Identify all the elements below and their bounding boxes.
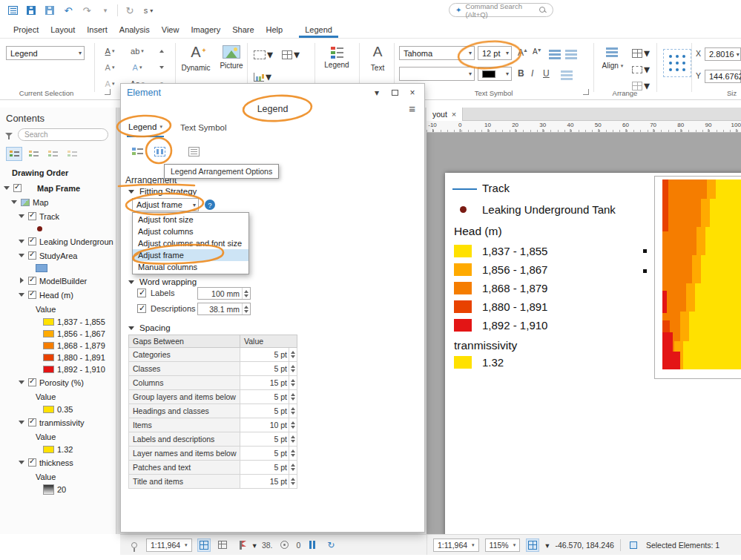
fitting-strategy-dropdown[interactable]: Adjust frame bbox=[132, 198, 199, 211]
contents-search-input[interactable] bbox=[18, 128, 108, 141]
labels-width-spinner[interactable]: 100 mm bbox=[197, 287, 251, 300]
layer-checkbox[interactable] bbox=[28, 237, 36, 246]
tree-item[interactable]: 0.35 bbox=[0, 403, 116, 415]
stepper-up-icon[interactable] bbox=[291, 435, 295, 438]
text-style-icon[interactable]: A bbox=[99, 45, 121, 58]
expander-icon[interactable] bbox=[11, 199, 18, 205]
stepper-down-icon[interactable] bbox=[291, 454, 295, 457]
spacing-value-spinner[interactable]: 5 pt bbox=[240, 404, 297, 418]
tree-item[interactable]: Value bbox=[0, 470, 116, 484]
x-position-input[interactable]: 2.8016 bbox=[705, 47, 741, 61]
save-as-icon[interactable] bbox=[43, 4, 56, 17]
expander-icon[interactable] bbox=[19, 419, 25, 426]
descriptions-checkbox[interactable] bbox=[137, 304, 146, 313]
stepper-icons[interactable] bbox=[289, 418, 297, 432]
pane-options-chevron-icon[interactable] bbox=[371, 87, 383, 99]
text-halo-icon[interactable]: A bbox=[126, 61, 148, 74]
stepper-down-icon[interactable] bbox=[291, 355, 295, 358]
distribute-button[interactable] bbox=[632, 46, 650, 60]
gallery-down-icon[interactable] bbox=[154, 61, 169, 74]
filter-icon[interactable] bbox=[5, 133, 13, 140]
spacing-value-spinner[interactable]: 5 pt bbox=[240, 447, 297, 460]
undo-icon[interactable] bbox=[62, 4, 75, 17]
tree-item[interactable]: Porosity (%) bbox=[0, 375, 116, 389]
history-chevron-icon[interactable] bbox=[99, 4, 112, 17]
justify-button[interactable] bbox=[561, 70, 574, 82]
tree-item[interactable]: tranmissivity bbox=[0, 415, 116, 429]
legend-items-options-icon[interactable] bbox=[128, 143, 146, 159]
selection-handle[interactable] bbox=[643, 249, 647, 253]
stepper-up-icon[interactable] bbox=[291, 407, 295, 410]
bookmark-icon[interactable] bbox=[234, 538, 248, 552]
map-scale-dropdown[interactable]: 1:11,964 bbox=[146, 538, 192, 552]
fitting-strategy-section[interactable]: Fitting Strategy bbox=[128, 187, 197, 196]
bold-button[interactable]: B bbox=[518, 68, 524, 79]
grid-button[interactable] bbox=[282, 47, 300, 62]
italic-button[interactable]: I bbox=[531, 68, 533, 79]
tree-item[interactable]: 1,856 - 1,867 bbox=[0, 328, 116, 340]
tree-item[interactable] bbox=[0, 263, 116, 274]
class-swatch[interactable] bbox=[43, 484, 54, 495]
font-color-dropdown[interactable] bbox=[478, 67, 512, 81]
point-symbol[interactable] bbox=[37, 226, 42, 231]
stepper-icons[interactable] bbox=[242, 288, 250, 299]
stepper-icons[interactable] bbox=[289, 404, 297, 418]
expander-icon[interactable] bbox=[4, 185, 10, 191]
labels-checkbox[interactable] bbox=[137, 289, 146, 297]
layout-grid-icon[interactable] bbox=[197, 538, 211, 552]
stepper-icons[interactable] bbox=[289, 447, 297, 460]
class-swatch[interactable] bbox=[43, 366, 54, 373]
close-pane-icon[interactable] bbox=[406, 87, 418, 99]
spacing-value-spinner[interactable]: 15 pt bbox=[240, 475, 297, 488]
stepper-icons[interactable] bbox=[289, 348, 297, 361]
tree-item[interactable]: Value bbox=[0, 389, 116, 403]
expander-icon[interactable] bbox=[19, 277, 25, 284]
expander-icon[interactable] bbox=[19, 379, 25, 386]
pause-drawing-icon[interactable] bbox=[306, 538, 319, 552]
tree-item[interactable]: thickness bbox=[0, 455, 116, 470]
tab-text-symbol[interactable]: Text Symbol bbox=[179, 119, 228, 137]
stepper-up-icon[interactable] bbox=[291, 464, 295, 467]
spacing-value-spinner[interactable]: 5 pt bbox=[240, 390, 297, 403]
text-style-dropdown[interactable] bbox=[399, 67, 475, 81]
order-button[interactable] bbox=[632, 62, 650, 76]
map-frame-element[interactable] bbox=[654, 176, 741, 379]
layer-checkbox[interactable] bbox=[13, 184, 22, 192]
layout-scale-dropdown[interactable]: 1:11,964 bbox=[433, 538, 479, 552]
tree-item[interactable]: Leaking Undergroun bbox=[0, 234, 116, 248]
stepper-down-icon[interactable] bbox=[291, 440, 295, 443]
undock-icon[interactable] bbox=[389, 87, 401, 99]
close-tab-icon[interactable] bbox=[452, 110, 456, 119]
stepper-down-icon[interactable] bbox=[291, 482, 295, 485]
selection-handle[interactable] bbox=[643, 269, 647, 273]
refresh-view-icon[interactable] bbox=[324, 538, 337, 552]
layer-checkbox[interactable] bbox=[28, 212, 36, 220]
list-by-drawing-order-icon[interactable] bbox=[6, 147, 22, 161]
stepper-icons[interactable] bbox=[289, 475, 297, 488]
hamburger-menu-icon[interactable] bbox=[409, 102, 415, 115]
class-swatch[interactable] bbox=[43, 354, 54, 361]
tree-item[interactable]: 1,892 - 1,910 bbox=[0, 363, 116, 375]
snapping-toggle-icon[interactable] bbox=[526, 538, 539, 552]
tree-item[interactable]: 1,880 - 1,891 bbox=[0, 352, 116, 363]
tree-item[interactable]: 20 bbox=[0, 484, 116, 495]
font-size-dropdown[interactable]: 12 pt bbox=[478, 46, 512, 60]
dropdown-option[interactable]: Adjust frame bbox=[133, 249, 248, 261]
spacing-value-spinner[interactable]: 10 pt bbox=[240, 418, 297, 432]
chart-frame-button[interactable] bbox=[254, 70, 271, 84]
tree-item[interactable]: Value bbox=[0, 429, 116, 444]
pane-title-bar[interactable]: Element bbox=[121, 84, 424, 102]
stepper-down-icon[interactable] bbox=[291, 398, 295, 401]
redo-icon[interactable] bbox=[80, 4, 93, 17]
spacing-value-spinner[interactable]: 5 pt bbox=[240, 348, 297, 361]
expander-icon[interactable] bbox=[19, 252, 25, 259]
align-left-button[interactable] bbox=[549, 49, 562, 61]
ribbon-tab-legend[interactable]: Legend bbox=[299, 22, 338, 38]
stepper-icons[interactable] bbox=[289, 432, 297, 446]
shrink-font-button[interactable]: A▼ bbox=[533, 47, 538, 56]
tree-item[interactable]: 1,868 - 1,879 bbox=[0, 340, 116, 352]
class-swatch[interactable] bbox=[43, 342, 54, 349]
target-icon[interactable] bbox=[278, 538, 292, 552]
snapping-options-chevron-icon[interactable] bbox=[545, 541, 549, 550]
extent-indicator-button[interactable] bbox=[254, 47, 273, 62]
